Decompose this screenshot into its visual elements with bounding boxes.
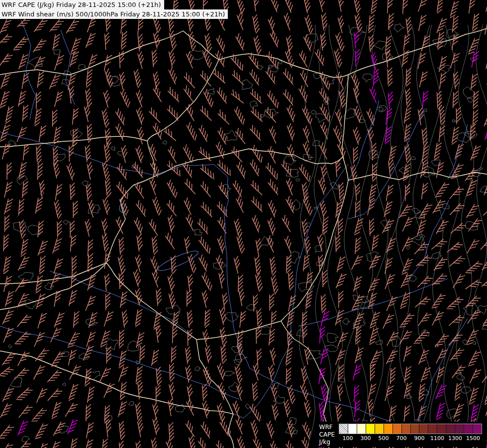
legend-swatch bbox=[384, 424, 392, 434]
legend-swatch bbox=[410, 424, 419, 434]
legend-model-label: WRF bbox=[319, 424, 335, 431]
legend-swatch bbox=[366, 424, 375, 434]
legend-swatch bbox=[392, 424, 401, 434]
legend-swatch bbox=[437, 424, 446, 434]
wrf-forecast-map-page: WRF CAPE (J/kg) Friday 28-11-2025 15:00 … bbox=[0, 0, 487, 448]
legend-swatch bbox=[375, 424, 384, 434]
legend-swatch bbox=[446, 424, 455, 434]
legend-variable-label: CAPE bbox=[319, 431, 335, 439]
title-line-cape: WRF CAPE (J/kg) Friday 28-11-2025 15:00 … bbox=[0, 0, 164, 9]
legend-tick: 1300 bbox=[448, 435, 462, 442]
map-title-overlay: WRF CAPE (J/kg) Friday 28-11-2025 15:00 … bbox=[0, 0, 228, 19]
legend-tick: 100 bbox=[343, 435, 353, 442]
legend-title: WRF CAPE J/kg bbox=[319, 424, 335, 446]
legend-swatch-row bbox=[339, 424, 482, 434]
wind-shear-cape-map bbox=[0, 0, 487, 448]
legend-swatch bbox=[428, 424, 437, 434]
legend-unit-label: J/kg bbox=[319, 439, 335, 446]
legend-tick: 700 bbox=[396, 435, 407, 442]
legend-tick: 900 bbox=[414, 435, 425, 442]
legend-color-scale: 100300500700900110013001500 bbox=[339, 424, 483, 442]
title-line-windshear: WRF Wind shear (m/s) 500/1000hPa Friday … bbox=[0, 9, 228, 19]
legend-swatch bbox=[348, 424, 357, 434]
legend-swatch bbox=[419, 424, 428, 434]
legend-tick: 1500 bbox=[466, 435, 480, 442]
legend-swatch bbox=[357, 424, 366, 434]
cape-legend: WRF CAPE J/kg 10030050070090011001300150… bbox=[316, 422, 486, 447]
legend-swatch bbox=[401, 424, 410, 434]
legend-swatch bbox=[464, 424, 473, 434]
legend-swatch bbox=[455, 424, 464, 434]
legend-tick: 500 bbox=[379, 435, 389, 442]
legend-swatch bbox=[339, 424, 348, 434]
legend-tick: 300 bbox=[361, 435, 371, 442]
legend-swatch bbox=[473, 424, 482, 434]
legend-tick-labels: 100300500700900110013001500 bbox=[339, 434, 483, 442]
legend-tick: 1100 bbox=[430, 435, 444, 442]
